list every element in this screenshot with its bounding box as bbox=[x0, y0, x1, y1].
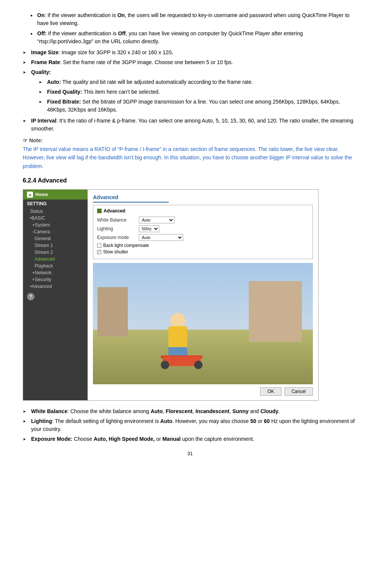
main-content: Advanced Advanced White Balance Auto Flo… bbox=[88, 190, 318, 400]
camera-scene bbox=[93, 263, 313, 384]
exposure-label: Exposure mode bbox=[97, 235, 139, 240]
slow-shutter-row: Slow shutter bbox=[97, 249, 309, 255]
auto-bold: Auto: bbox=[47, 79, 61, 85]
ui-screenshot: ■ Home SETTING Status •BASIC +System -Ca… bbox=[23, 189, 319, 401]
cancel-button[interactable]: Cancel bbox=[284, 387, 313, 396]
ip-interval-bold: IP Interval bbox=[31, 118, 57, 124]
white-balance-label: White Balance bbox=[97, 217, 139, 223]
camera-image bbox=[93, 263, 313, 384]
period: . bbox=[171, 49, 173, 55]
quality-sub-list: Auto: The quality and bit rate will be a… bbox=[39, 78, 357, 114]
form-title-label: Advanced bbox=[104, 208, 125, 214]
fixed-bitrate-bold: Fixed Bitrate: bbox=[47, 99, 81, 105]
home-icon: ■ bbox=[27, 192, 33, 198]
quality-item: Quality: Auto: The quality and bit rate … bbox=[23, 68, 357, 114]
quality-bold: Quality: bbox=[31, 69, 51, 75]
sidebar-network[interactable]: +Network bbox=[23, 269, 88, 276]
on-bold: On bbox=[37, 12, 44, 18]
walker-wheel-left bbox=[161, 361, 169, 369]
form-checkbox-icon bbox=[97, 209, 102, 213]
sidebar: ■ Home SETTING Status •BASIC +System -Ca… bbox=[23, 190, 88, 400]
sidebar-basic[interactable]: •BASIC bbox=[23, 215, 88, 222]
lighting-60-bold: 60 bbox=[264, 418, 270, 424]
help-icon[interactable]: ? bbox=[27, 293, 35, 300]
lighting-bold: Lighting bbox=[31, 418, 52, 424]
frame-rate-item: Frame Rate: Set the frame rate of the 3G… bbox=[23, 58, 357, 66]
section-heading: 6.2.4 Advanced bbox=[23, 177, 357, 184]
image-size-bold: Image Size bbox=[31, 49, 58, 55]
exposure-manual-bold: Manual bbox=[162, 436, 181, 442]
backlight-label: Back light compensate bbox=[103, 243, 149, 248]
wb-bold: White Balance bbox=[31, 408, 68, 414]
on-bold2: On bbox=[118, 12, 125, 18]
sidebar-system[interactable]: +System bbox=[23, 222, 88, 228]
ip-interval-item: IP Interval: It’s the ratio of i-frame &… bbox=[23, 117, 357, 133]
sidebar-advanced-active[interactable]: Advanced bbox=[23, 256, 88, 263]
fixed-bitrate-item: Fixed Bitrate: Set the bitrate of 3GPP i… bbox=[39, 98, 357, 114]
wb-florescent-bold: Florescent bbox=[166, 408, 193, 414]
sidebar-general[interactable]: General bbox=[23, 235, 88, 242]
note-text: The IP interval value means a RATIO of “… bbox=[23, 145, 357, 170]
note-box: Note: The IP interval value means a RATI… bbox=[23, 137, 357, 170]
lighting-label: Lighting bbox=[97, 226, 139, 231]
frame-rate-bold: Frame Rate bbox=[31, 59, 60, 65]
white-balance-select[interactable]: Auto Florescent Incandescent Sunny Cloud… bbox=[139, 217, 174, 223]
image-size-item: Image Size: Image size for 3GPP is 320 x… bbox=[23, 49, 357, 57]
exposure-mode-bold: Exposure Mode: bbox=[31, 436, 72, 442]
exposure-auto-bold: Auto, High Speed Mode, bbox=[94, 436, 155, 442]
exposure-select[interactable]: Auto High Speed Mode Manual bbox=[139, 234, 183, 241]
lighting-50-bold: 50 bbox=[250, 418, 256, 424]
white-balance-row: White Balance Auto Florescent Incandesce… bbox=[97, 217, 309, 223]
lighting-select[interactable]: 50Hz 60Hz Auto bbox=[139, 225, 159, 232]
wb-sunny-bold: Sunny bbox=[232, 408, 249, 414]
sidebar-adv[interactable]: •Advanced bbox=[23, 283, 88, 290]
white-balance-bottom: White Balance: Choose the white balance … bbox=[23, 407, 357, 415]
bottom-arrow-list: White Balance: Choose the white balance … bbox=[23, 407, 357, 443]
sidebar-status[interactable]: Status bbox=[23, 208, 88, 215]
page: On: If the viewer authentication is On, … bbox=[0, 0, 380, 468]
backlight-checkbox[interactable] bbox=[97, 244, 101, 248]
baby-body bbox=[168, 326, 187, 349]
auto-quality-item: Auto: The quality and bit rate will be a… bbox=[39, 78, 357, 86]
toy-walker bbox=[159, 313, 204, 366]
wb-incandescent-bold: Incandescent bbox=[195, 408, 229, 414]
lighting-row: Lighting 50Hz 60Hz Auto bbox=[97, 225, 309, 232]
exposure-row: Exposure mode Auto High Speed Mode Manua… bbox=[97, 234, 309, 241]
scene-building-right bbox=[249, 281, 302, 342]
exposure-mode-bottom: Exposure Mode: Choose Auto, High Speed M… bbox=[23, 435, 357, 443]
sidebar-camera[interactable]: -Camera bbox=[23, 228, 88, 235]
sidebar-playback[interactable]: Playback bbox=[23, 263, 88, 269]
off-bold2: Off bbox=[118, 30, 126, 36]
content-title: Advanced bbox=[93, 194, 169, 203]
ok-button[interactable]: OK bbox=[260, 387, 281, 396]
sidebar-security[interactable]: +Security bbox=[23, 276, 88, 283]
auth-bullet-list: On: If the viewer authentication is On, … bbox=[30, 11, 357, 46]
form-section-title: Advanced bbox=[97, 208, 309, 214]
lighting-bottom: Lighting: The default setting of lightin… bbox=[23, 417, 357, 433]
sidebar-stream2[interactable]: Stream 2 bbox=[23, 249, 88, 256]
baby-head bbox=[170, 313, 185, 328]
slow-shutter-label: Slow shutter bbox=[103, 249, 128, 255]
sidebar-help: ? bbox=[23, 290, 88, 303]
walker-wheel-right bbox=[194, 361, 203, 369]
home-label: Home bbox=[35, 192, 48, 197]
slow-shutter-checkbox[interactable] bbox=[97, 250, 101, 254]
button-row: OK Cancel bbox=[93, 387, 313, 396]
note-title: Note: bbox=[23, 137, 357, 143]
auth-off-item: Off: If the viewer authentication is Off… bbox=[30, 30, 357, 46]
page-number: 31 bbox=[23, 451, 357, 456]
off-bold: Off: bbox=[37, 30, 47, 36]
scene-building-left bbox=[97, 287, 128, 336]
fixed-quality-item: Fixed Quality: This item here can’t be s… bbox=[39, 88, 357, 96]
auth-on-item: On: If the viewer authentication is On, … bbox=[30, 11, 357, 27]
fixed-quality-bold: Fixed Quality: bbox=[47, 89, 82, 95]
form-section: Advanced White Balance Auto Florescent I… bbox=[93, 205, 313, 259]
wb-auto-bold: Auto bbox=[151, 408, 163, 414]
backlight-row: Back light compensate bbox=[97, 243, 309, 248]
wb-cloudy-bold: Cloudy bbox=[261, 408, 278, 414]
sidebar-home[interactable]: ■ Home bbox=[23, 190, 88, 200]
arrow-list: Image Size: Image size for 3GPP is 320 x… bbox=[23, 49, 357, 133]
sidebar-setting: SETTING bbox=[23, 200, 88, 208]
lighting-auto-bold: Auto bbox=[160, 418, 173, 424]
sidebar-stream1[interactable]: Stream 1 bbox=[23, 242, 88, 249]
